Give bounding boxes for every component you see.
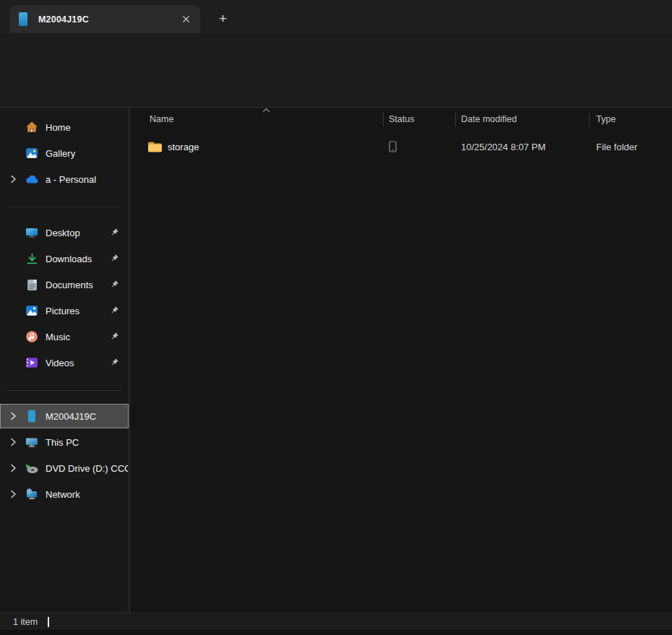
column-separator[interactable] (589, 113, 590, 126)
pin-icon (109, 254, 119, 264)
sidebar-label: a - Personal (46, 174, 96, 185)
status-phone-icon (389, 141, 397, 152)
this-pc-icon (24, 437, 40, 448)
phone-device-icon (24, 410, 40, 423)
navigation-pane: Home Gallery a - Personal Desktop D (0, 108, 129, 613)
command-toolbar: New A Sort View ••• (0, 67, 672, 108)
status-bar-divider (48, 617, 49, 627)
sidebar-item-gallery[interactable]: Gallery (0, 141, 129, 165)
phone-device-icon (19, 12, 27, 26)
videos-icon (24, 356, 40, 369)
folder-icon (147, 141, 163, 153)
downloads-icon (24, 253, 40, 265)
column-header-status[interactable]: Status (389, 114, 414, 124)
sidebar-label: Pictures (46, 306, 79, 316)
sidebar-label: Gallery (46, 148, 75, 159)
tab-m2004j19c[interactable]: M2004J19C (10, 5, 200, 33)
tab-bar: M2004J19C + (0, 0, 672, 33)
sidebar-item-desktop[interactable]: Desktop (0, 220, 129, 245)
tab-close-icon[interactable] (177, 11, 194, 28)
file-type: File folder (596, 142, 637, 152)
file-row-storage[interactable]: storage 10/25/2024 8:07 PM File folder (130, 135, 672, 160)
sidebar-item-downloads[interactable]: Downloads (0, 246, 129, 271)
network-icon (24, 488, 40, 500)
pictures-icon (24, 304, 40, 317)
file-name: storage (168, 142, 199, 152)
sidebar-item-dvd-drive[interactable]: DVD Drive (D:) CCC (0, 456, 129, 480)
sidebar-label: This PC (46, 437, 79, 448)
column-header-type[interactable]: Type (596, 114, 616, 124)
sidebar-item-onedrive-personal[interactable]: a - Personal (0, 167, 129, 191)
sidebar-label: Music (46, 332, 70, 342)
chevron-right-icon (10, 464, 17, 472)
column-header-date-modified[interactable]: Date modified (461, 114, 517, 124)
sidebar-label: Desktop (46, 228, 80, 238)
sidebar-item-videos[interactable]: Videos (0, 350, 129, 375)
chevron-right-icon (10, 490, 17, 498)
pin-icon (109, 332, 119, 342)
pin-icon (109, 280, 119, 290)
sidebar-label: Videos (46, 358, 74, 368)
column-separator[interactable] (455, 113, 456, 126)
chevron-right-icon (10, 175, 17, 183)
sidebar-label: DVD Drive (D:) CCC (46, 463, 129, 474)
tab-title: M2004J19C (38, 14, 89, 25)
pin-icon (109, 358, 119, 368)
sidebar-item-network[interactable]: Network (0, 482, 129, 506)
window-bottom-edge (0, 630, 672, 635)
home-icon (24, 121, 40, 134)
pin-icon (109, 228, 119, 238)
sidebar-label: M2004J19C (46, 411, 96, 422)
file-list-pane: Name Status Date modified Type storage 1… (130, 108, 672, 613)
sidebar-item-pictures[interactable]: Pictures (0, 298, 129, 323)
gallery-icon (24, 147, 40, 160)
sidebar-section-gap (0, 376, 129, 404)
sidebar-item-music[interactable]: Music (0, 324, 129, 349)
details-header: Name Status Date modified Type (130, 108, 672, 131)
onedrive-cloud-icon (24, 174, 40, 184)
column-separator[interactable] (383, 113, 384, 126)
desktop-icon (24, 227, 40, 238)
pin-icon (109, 306, 119, 316)
sidebar-label: Documents (46, 280, 93, 290)
status-bar: 1 item (0, 613, 672, 630)
sidebar-label: Downloads (46, 254, 92, 264)
sidebar-section-gap (0, 193, 129, 220)
sort-ascending-icon (262, 108, 270, 113)
sidebar-item-home[interactable]: Home (0, 115, 129, 139)
column-header-name[interactable]: Name (150, 114, 173, 124)
item-count: 1 item (13, 617, 38, 627)
sidebar-item-this-pc[interactable]: This PC (0, 430, 129, 454)
music-icon (24, 330, 40, 343)
sidebar-label: Network (46, 489, 80, 500)
sidebar-item-m2004j19c[interactable]: M2004J19C (0, 404, 129, 428)
documents-icon (24, 279, 40, 291)
sidebar-item-documents[interactable]: Documents (0, 272, 129, 297)
file-date-modified: 10/25/2024 8:07 PM (461, 142, 546, 152)
new-tab-button[interactable]: + (213, 9, 233, 28)
navigation-bar: Connected M2004J19C (0, 33, 672, 67)
dvd-drive-icon (24, 463, 40, 474)
chevron-right-icon (10, 438, 17, 446)
chevron-right-icon (10, 412, 17, 420)
sidebar-label: Home (46, 122, 71, 133)
